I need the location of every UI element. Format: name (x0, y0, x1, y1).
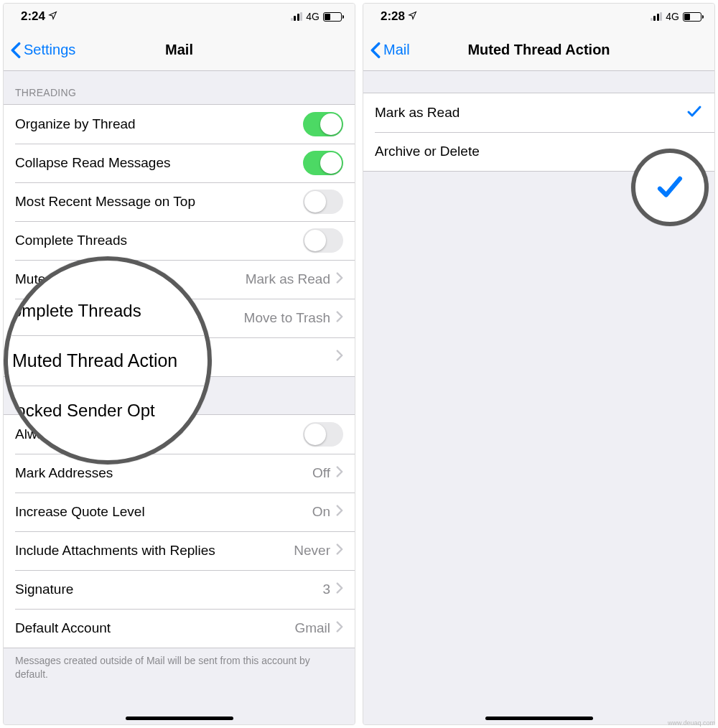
chevron-right-icon (336, 271, 343, 287)
network-label: 4G (306, 11, 320, 22)
chevron-right-icon (336, 310, 343, 326)
watermark: www.deuaq.com (668, 719, 715, 727)
location-icon (48, 9, 57, 24)
signal-icon (651, 12, 663, 21)
status-bar: 2:28 4G (363, 4, 714, 29)
row-recent-top[interactable]: Most Recent Message on Top (4, 182, 355, 221)
status-time: 2:24 (21, 9, 45, 24)
chevron-right-icon (336, 465, 343, 481)
nav-bar: Mail Muted Thread Action (363, 29, 714, 71)
battery-icon (683, 12, 701, 22)
back-label: Settings (24, 42, 75, 58)
toggle-always-bcc[interactable] (303, 422, 343, 447)
battery-icon (323, 12, 342, 22)
location-icon (408, 9, 417, 24)
nav-bar: Settings Mail (4, 29, 355, 71)
signal-icon (291, 12, 303, 21)
home-indicator[interactable] (126, 717, 233, 720)
row-collapse-read[interactable]: Collapse Read Messages (4, 144, 355, 182)
row-label: Complete Threads (15, 233, 303, 248)
row-value: On (312, 504, 330, 520)
options-content: Mark as Read Archive or Delete (363, 71, 714, 724)
network-label: 4G (666, 11, 679, 22)
nav-title: Muted Thread Action (363, 42, 714, 58)
back-label: Mail (383, 42, 410, 58)
toggle-collapse-read[interactable] (303, 151, 343, 175)
row-label: Collapse Read Messages (15, 155, 303, 171)
row-value: 3 (322, 582, 330, 597)
checkmark-icon (686, 103, 703, 123)
magnifier-checkmark (631, 149, 709, 226)
row-value: Gmail (294, 620, 330, 636)
checkmark-icon (655, 172, 685, 202)
row-value: Off (312, 465, 330, 481)
row-label: Most Recent Message on Top (15, 194, 303, 210)
back-button[interactable]: Mail (370, 42, 410, 59)
row-value: Mark as Read (246, 271, 330, 287)
row-organize-by-thread[interactable]: Organize by Thread (4, 105, 355, 144)
section-header-threading: THREADING (4, 71, 355, 104)
phone-left: 2:24 4G Settings Mail THREADING (3, 3, 355, 725)
row-label: Organize by Thread (15, 116, 303, 132)
magnifier-line-focus: Muted Thread Action (8, 335, 208, 386)
back-button[interactable]: Settings (11, 42, 75, 59)
chevron-left-icon (11, 42, 21, 59)
row-signature[interactable]: Signature 3 (4, 570, 355, 609)
phone-right: 2:28 4G Mail Muted Thread Action (363, 3, 715, 725)
magnifier-callout: omplete Threads Muted Thread Action lock… (4, 256, 212, 465)
status-bar: 2:24 4G (4, 4, 355, 29)
magnifier-line: locked Sender Opt (8, 386, 208, 435)
row-label: Include Attachments with Replies (15, 543, 294, 559)
chevron-right-icon (336, 582, 343, 597)
row-label: Signature (15, 582, 322, 597)
row-mark-addresses[interactable]: Mark Addresses Off (4, 454, 355, 493)
toggle-organize-by-thread[interactable] (303, 112, 343, 136)
footer-note: Messages created outside of Mail will be… (4, 648, 355, 693)
home-indicator[interactable] (485, 717, 593, 720)
row-default-account[interactable]: Default Account Gmail (4, 609, 355, 648)
row-label: Mark as Read (375, 105, 686, 121)
chevron-right-icon (336, 504, 343, 520)
toggle-recent-top[interactable] (303, 190, 343, 214)
row-label: Increase Quote Level (15, 504, 312, 520)
row-value: Never (294, 543, 330, 559)
row-value: Move to Trash (244, 310, 330, 326)
magnifier-line: omplete Threads (8, 286, 208, 335)
row-mark-as-read[interactable]: Mark as Read (363, 93, 714, 132)
chevron-left-icon (370, 42, 381, 59)
row-complete-threads[interactable]: Complete Threads (4, 221, 355, 260)
row-label: Default Account (15, 620, 294, 636)
row-increase-quote[interactable]: Increase Quote Level On (4, 493, 355, 531)
chevron-right-icon (336, 349, 343, 365)
settings-content: THREADING Organize by Thread Collapse Re… (4, 71, 355, 724)
chevron-right-icon (336, 543, 343, 559)
row-label: Mark Addresses (15, 465, 312, 481)
toggle-complete-threads[interactable] (303, 228, 343, 253)
row-include-attachments[interactable]: Include Attachments with Replies Never (4, 531, 355, 570)
status-time: 2:28 (381, 9, 405, 24)
chevron-right-icon (336, 620, 343, 636)
